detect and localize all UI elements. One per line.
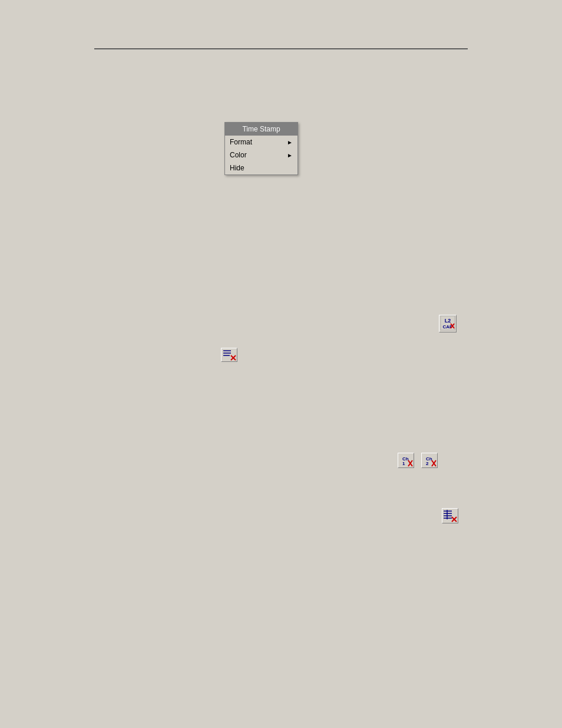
menu-item-hide-label: Hide xyxy=(230,164,244,172)
menu-item-hide[interactable]: Hide xyxy=(225,162,297,174)
svg-text:L2: L2 xyxy=(445,318,451,324)
ch1-button[interactable]: Ch 1 xyxy=(398,453,414,468)
fx-button[interactable] xyxy=(221,348,237,362)
top-divider xyxy=(94,48,468,50)
l2cap-button[interactable]: L2 CAP xyxy=(439,315,457,332)
menu-item-color-label: Color xyxy=(230,151,247,159)
context-menu-header: Time Stamp xyxy=(225,123,297,136)
menu-item-format[interactable]: Format ► xyxy=(225,136,297,149)
submenu-arrow-color: ► xyxy=(287,152,293,159)
fx-icon xyxy=(222,348,237,361)
table-x-icon xyxy=(442,509,458,523)
menu-item-format-label: Format xyxy=(230,138,252,146)
ch1-icon: Ch 1 xyxy=(398,453,414,467)
ch2-button[interactable]: Ch 2 xyxy=(421,453,438,468)
ch2-icon: Ch 2 xyxy=(422,453,437,467)
context-menu: Time Stamp Format ► Color ► Hide xyxy=(224,122,298,175)
svg-text:2: 2 xyxy=(426,461,429,466)
l2cap-icon: L2 CAP xyxy=(440,315,455,331)
table-x-button[interactable] xyxy=(442,508,458,523)
svg-text:1: 1 xyxy=(402,461,405,466)
submenu-arrow-format: ► xyxy=(287,139,293,146)
menu-item-color[interactable]: Color ► xyxy=(225,149,297,162)
